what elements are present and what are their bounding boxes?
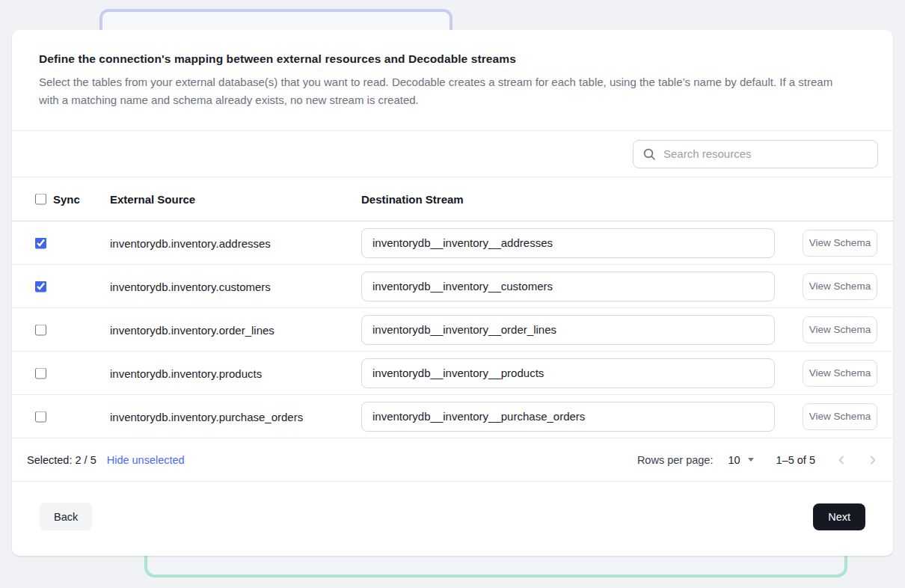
next-page-button[interactable]	[868, 455, 878, 465]
sync-checkbox[interactable]	[35, 367, 46, 379]
hide-unselected-link[interactable]: Hide unselected	[107, 454, 185, 466]
external-source-label: inventorydb.inventory.purchase_orders	[110, 410, 303, 423]
column-header-source: External Source	[110, 193, 195, 206]
prev-page-button[interactable]	[836, 455, 847, 465]
destination-stream-input[interactable]	[361, 402, 775, 432]
chevron-right-icon	[868, 455, 878, 465]
view-schema-button[interactable]: View Schema	[803, 230, 877, 257]
destination-stream-input[interactable]	[361, 272, 775, 301]
search-icon	[642, 147, 656, 161]
rows-per-page-select[interactable]: 10	[728, 454, 753, 466]
sync-checkbox[interactable]	[35, 237, 46, 248]
mapping-dialog: Define the connection's mapping between …	[12, 30, 893, 556]
external-source-label: inventorydb.inventory.order_lines	[110, 323, 274, 336]
row-action-cell: View Schema	[803, 316, 877, 343]
row-action-cell: View Schema	[803, 230, 877, 257]
table-row: inventorydb.inventory.purchase_orders Vi…	[12, 395, 893, 438]
external-source-label: inventorydb.inventory.customers	[110, 280, 271, 293]
back-button[interactable]: Back	[40, 503, 92, 530]
sync-checkbox[interactable]	[35, 411, 46, 422]
table-row: inventorydb.inventory.customers View Sch…	[12, 265, 893, 308]
view-schema-button[interactable]: View Schema	[803, 360, 877, 387]
destination-stream-cell	[361, 228, 775, 258]
page-range: 1–5 of 5	[776, 454, 815, 466]
column-header-sync: Sync	[53, 193, 80, 206]
row-action-cell: View Schema	[803, 403, 877, 430]
view-schema-button[interactable]: View Schema	[803, 316, 877, 343]
caret-down-icon	[748, 458, 754, 462]
dialog-header: Define the connection's mapping between …	[12, 30, 893, 131]
search-box[interactable]	[633, 140, 878, 168]
destination-stream-input[interactable]	[361, 228, 775, 258]
select-all-checkbox[interactable]	[35, 194, 46, 205]
view-schema-button[interactable]: View Schema	[803, 273, 877, 300]
external-source-label: inventorydb.inventory.addresses	[110, 236, 271, 249]
pager-controls: Rows per page: 10 1–5 of 5	[637, 454, 878, 466]
pagination-row: Selected: 2 / 5 Hide unselected Rows per…	[12, 438, 893, 482]
table-row: inventorydb.inventory.products View Sche…	[12, 352, 893, 395]
selected-count: Selected: 2 / 5	[27, 454, 96, 466]
table-header-row: Sync External Source Destination Stream	[12, 177, 893, 221]
search-row	[12, 131, 893, 177]
row-action-cell: View Schema	[803, 273, 877, 300]
view-schema-button[interactable]: View Schema	[803, 403, 877, 430]
external-source-label: inventorydb.inventory.products	[110, 367, 262, 379]
destination-stream-input[interactable]	[361, 358, 775, 388]
dialog-actions: Back Next	[12, 482, 893, 551]
table-body: inventorydb.inventory.addresses View Sch…	[12, 221, 893, 438]
sync-checkbox[interactable]	[35, 324, 46, 335]
dialog-title: Define the connection's mapping between …	[39, 52, 854, 66]
table-row: inventorydb.inventory.addresses View Sch…	[12, 221, 893, 265]
destination-stream-cell	[361, 272, 775, 301]
sync-checkbox[interactable]	[35, 281, 46, 292]
destination-stream-cell	[361, 315, 775, 345]
rows-per-page-label: Rows per page:	[637, 454, 714, 466]
next-button[interactable]: Next	[813, 503, 865, 530]
rows-per-page-value: 10	[728, 454, 740, 466]
destination-stream-cell	[361, 358, 775, 388]
chevron-left-icon	[836, 455, 847, 465]
table-row: inventorydb.inventory.order_lines View S…	[12, 308, 893, 352]
dialog-description: Select the tables from your external dat…	[39, 73, 847, 109]
search-input[interactable]	[663, 147, 868, 160]
destination-stream-cell	[361, 402, 775, 432]
row-action-cell: View Schema	[803, 360, 877, 387]
destination-stream-input[interactable]	[361, 315, 775, 345]
column-header-destination: Destination Stream	[361, 193, 464, 206]
